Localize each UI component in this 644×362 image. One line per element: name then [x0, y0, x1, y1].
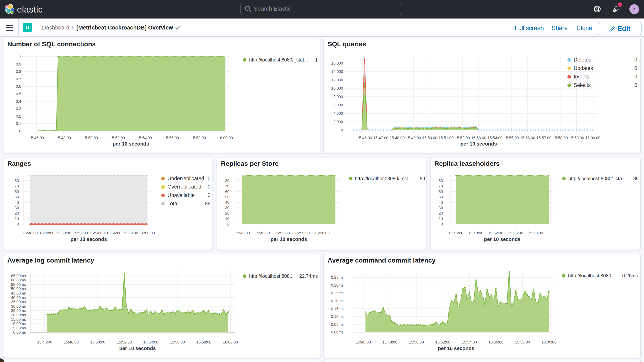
- svg-text:1: 1: [19, 54, 21, 59]
- svg-text:89: 89: [205, 201, 210, 206]
- svg-text:15:58:00: 15:58:00: [314, 231, 330, 235]
- svg-text:0: 0: [634, 74, 637, 80]
- svg-text:10: 10: [439, 217, 443, 221]
- svg-text:15:56:00: 15:56:00: [520, 136, 535, 140]
- svg-text:0.15ms: 0.15ms: [331, 307, 344, 311]
- svg-text:16:00:00: 16:00:00: [223, 340, 238, 344]
- svg-text:15:54:00: 15:54:00: [488, 136, 502, 140]
- svg-text:60: 60: [15, 190, 19, 194]
- svg-text:80: 80: [225, 178, 230, 183]
- svg-text:0.1: 0.1: [16, 122, 21, 126]
- svg-text:15:58:00: 15:58:00: [196, 340, 211, 344]
- svg-text:0.20ms: 0.20ms: [331, 299, 344, 303]
- svg-text:per 10 seconds: per 10 seconds: [270, 236, 307, 242]
- svg-text:80: 80: [439, 178, 443, 183]
- svg-text:40: 40: [15, 200, 19, 204]
- svg-text:60: 60: [439, 190, 443, 194]
- svg-text:0.9: 0.9: [16, 62, 21, 66]
- svg-text:15:55:00: 15:55:00: [504, 136, 519, 140]
- svg-text:0: 0: [208, 192, 210, 198]
- svg-text:0: 0: [441, 222, 443, 226]
- svg-text:0.7: 0.7: [16, 77, 21, 81]
- svg-text:15:58:00: 15:58:00: [515, 340, 530, 344]
- svg-text:15:48:00: 15:48:00: [382, 340, 398, 344]
- svg-text:40: 40: [225, 200, 230, 204]
- svg-text:16,000: 16,000: [331, 61, 343, 65]
- svg-text:Deletes: Deletes: [574, 57, 591, 63]
- svg-text:10: 10: [15, 217, 19, 221]
- svg-text:15:47:00: 15:47:00: [373, 136, 388, 140]
- svg-text:5.00ms: 5.00ms: [13, 326, 26, 330]
- svg-text:16:00:00: 16:00:00: [140, 231, 155, 235]
- svg-text:0: 0: [634, 82, 637, 88]
- svg-text:15:54:00: 15:54:00: [462, 340, 477, 344]
- svg-text:15:51:00: 15:51:00: [438, 136, 454, 140]
- svg-text:15:50:00: 15:50:00: [90, 340, 105, 344]
- svg-text:15:52:00: 15:52:00: [435, 340, 450, 344]
- svg-text:30: 30: [225, 206, 230, 210]
- svg-text:35.00ms: 35.00ms: [11, 300, 26, 304]
- svg-text:0: 0: [634, 57, 637, 63]
- svg-text:0.3: 0.3: [16, 106, 21, 111]
- svg-text:15:53:00: 15:53:00: [471, 136, 486, 140]
- svg-text:0.00ms: 0.00ms: [13, 330, 26, 334]
- svg-text:Unavailable: Unavailable: [167, 192, 194, 198]
- svg-text:0.10ms: 0.10ms: [331, 314, 344, 319]
- svg-text:20: 20: [225, 211, 230, 215]
- svg-text:0: 0: [19, 129, 21, 133]
- svg-text:40.00ms: 40.00ms: [11, 296, 26, 300]
- svg-text:15:52:00: 15:52:00: [488, 231, 503, 235]
- svg-text:15:52:00: 15:52:00: [117, 340, 132, 344]
- svg-text:15:46:00: 15:46:00: [235, 231, 250, 235]
- svg-text:65.00ms: 65.00ms: [11, 274, 26, 278]
- svg-text:15:58:00: 15:58:00: [123, 231, 138, 235]
- svg-text:10.00ms: 10.00ms: [11, 322, 26, 326]
- svg-text:per 10 seconds: per 10 seconds: [484, 236, 520, 242]
- svg-text:20: 20: [439, 211, 443, 215]
- svg-text:50: 50: [225, 195, 230, 199]
- svg-text:0: 0: [17, 222, 19, 226]
- svg-text:60: 60: [225, 190, 230, 194]
- svg-text:15:50:00: 15:50:00: [83, 136, 98, 140]
- svg-text:16:00:00: 16:00:00: [218, 136, 233, 140]
- svg-text:15:48:00: 15:48:00: [64, 340, 79, 344]
- svg-text:89: 89: [633, 176, 638, 181]
- svg-text:15:56:00: 15:56:00: [164, 136, 179, 140]
- svg-text:20.00ms: 20.00ms: [11, 313, 26, 317]
- svg-text:30.00ms: 30.00ms: [11, 304, 26, 308]
- svg-text:0: 0: [208, 184, 210, 190]
- svg-text:0.00ms: 0.00ms: [331, 330, 344, 334]
- svg-text:30: 30: [15, 206, 19, 210]
- svg-text:10: 10: [225, 217, 230, 221]
- svg-text:15:57:00: 15:57:00: [536, 136, 552, 140]
- svg-text:15:50:00: 15:50:00: [56, 231, 71, 235]
- svg-text:1: 1: [315, 57, 318, 62]
- svg-text:0.2: 0.2: [16, 114, 21, 118]
- svg-text:45.00ms: 45.00ms: [11, 291, 26, 295]
- svg-text:per 10 seconds: per 10 seconds: [438, 346, 474, 351]
- svg-text:22.74ms: 22.74ms: [299, 273, 318, 279]
- svg-text:0.8: 0.8: [16, 70, 21, 74]
- svg-text:15:48:00: 15:48:00: [56, 136, 71, 140]
- svg-text:0.26ms: 0.26ms: [622, 273, 638, 278]
- svg-text:15:58:00: 15:58:00: [553, 136, 568, 140]
- svg-text:40: 40: [439, 200, 443, 204]
- svg-text:30: 30: [439, 206, 443, 210]
- svg-text:http://localhost:8080/_sta...: http://localhost:8080/_sta...: [355, 176, 412, 181]
- svg-text:70: 70: [15, 184, 19, 188]
- svg-text:15:46:00: 15:46:00: [29, 136, 44, 140]
- svg-text:15:46:00: 15:46:00: [448, 231, 463, 235]
- svg-text:8,000: 8,000: [334, 95, 343, 99]
- svg-text:per 10 seconds: per 10 seconds: [119, 346, 156, 351]
- svg-text:0.5: 0.5: [16, 92, 21, 96]
- svg-text:15:52:00: 15:52:00: [110, 136, 125, 140]
- svg-text:Updates: Updates: [574, 65, 593, 71]
- svg-text:16:00:00: 16:00:00: [586, 136, 600, 140]
- svg-text:15:50:00: 15:50:00: [409, 340, 424, 344]
- svg-text:15:48:00: 15:48:00: [390, 136, 405, 140]
- svg-text:12,000: 12,000: [331, 78, 343, 82]
- svg-text:15:52:00: 15:52:00: [73, 231, 88, 235]
- svg-text:Underreplicated: Underreplicated: [167, 176, 204, 182]
- svg-text:0: 0: [341, 128, 343, 132]
- svg-text:80: 80: [15, 178, 19, 183]
